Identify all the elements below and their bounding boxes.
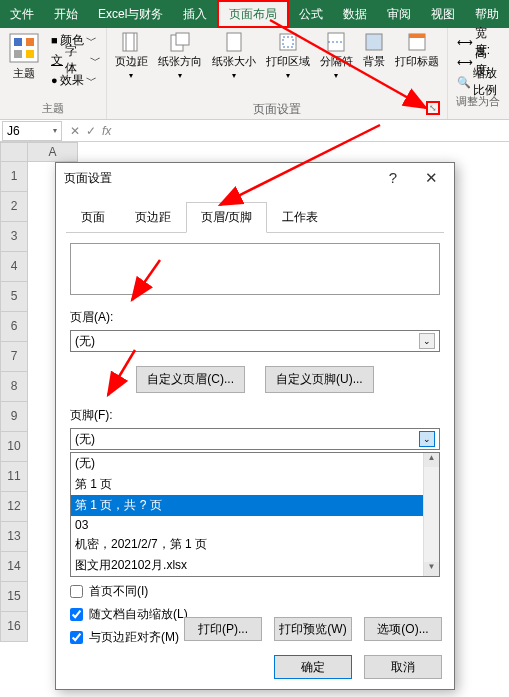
themes-icon — [8, 32, 40, 64]
row-header[interactable]: 10 — [0, 432, 28, 462]
svg-rect-1 — [14, 38, 22, 46]
svg-rect-17 — [409, 34, 425, 38]
tab-view[interactable]: 视图 — [421, 0, 465, 28]
scale-control[interactable]: 🔍 缩放比例 — [457, 72, 500, 92]
tab-page-layout[interactable]: 页面布局 — [217, 0, 289, 28]
scroll-up-icon[interactable]: ▲ — [424, 453, 439, 467]
tab-excelfin[interactable]: Excel与财务 — [88, 0, 173, 28]
tab-formulas[interactable]: 公式 — [289, 0, 333, 28]
tab-help[interactable]: 帮助 — [465, 0, 509, 28]
footer-label: 页脚(F): — [70, 407, 440, 424]
dialog-titlebar: 页面设置 ? ✕ — [56, 163, 454, 193]
row-header[interactable]: 8 — [0, 372, 28, 402]
help-button[interactable]: ? — [378, 169, 408, 187]
fonts-button[interactable]: 文 字体 ﹀ — [51, 50, 101, 70]
print-area-icon — [278, 32, 298, 52]
svg-rect-15 — [366, 34, 382, 50]
margins-icon — [121, 32, 141, 52]
titles-icon — [407, 32, 427, 52]
page-setup-dialog: 页面设置 ? ✕ 页面 页边距 页眉/页脚 工作表 页眉(A): (无) ⌄ 自… — [55, 162, 455, 690]
custom-footer-button[interactable]: 自定义页脚(U)... — [265, 366, 374, 393]
tab-home[interactable]: 开始 — [44, 0, 88, 28]
list-item[interactable]: 机密，2021/2/7，第 1 页 — [71, 534, 439, 555]
print-button[interactable]: 打印(P)... — [184, 617, 262, 641]
fx-icon[interactable]: fx — [102, 124, 111, 138]
close-button[interactable]: ✕ — [416, 169, 446, 187]
svg-rect-10 — [227, 33, 241, 51]
page-setup-launcher[interactable]: ⤡ — [426, 101, 440, 115]
fx-cancel-icon[interactable]: ✕ — [70, 124, 80, 138]
name-box[interactable]: J6▾ — [2, 121, 62, 141]
row-header[interactable]: 16 — [0, 612, 28, 642]
row-header[interactable]: 11 — [0, 462, 28, 492]
row-header[interactable]: 15 — [0, 582, 28, 612]
orientation-button[interactable]: 纸张方向▾ — [155, 30, 205, 82]
list-item[interactable]: 图文用202102月.xlsx — [71, 555, 439, 576]
row-header[interactable]: 9 — [0, 402, 28, 432]
footer-options-list[interactable]: (无) 第 1 页 第 1 页，共 ? 页 03 机密，2021/2/7，第 1… — [70, 452, 440, 577]
print-area-button[interactable]: 打印区域▾ — [263, 30, 313, 82]
formula-bar: J6▾ ✕ ✓ fx — [0, 120, 509, 142]
breaks-icon — [326, 32, 346, 52]
themes-button[interactable]: 主题 — [5, 30, 43, 83]
list-item[interactable]: 第 1 页，共 ? 页 — [71, 495, 439, 516]
list-item[interactable]: (无) — [71, 453, 439, 474]
fx-confirm-icon[interactable]: ✓ — [86, 124, 96, 138]
effects-button[interactable]: ● 效果 ﹀ — [51, 70, 101, 90]
tab-data[interactable]: 数据 — [333, 0, 377, 28]
tab-insert[interactable]: 插入 — [173, 0, 217, 28]
ribbon-tabs: 文件 开始 Excel与财务 插入 页面布局 公式 数据 审阅 视图 帮助 — [0, 0, 509, 28]
row-header[interactable]: 3 — [0, 222, 28, 252]
group-page-setup: 页边距▾ 纸张方向▾ 纸张大小▾ 打印区域▾ 分隔符▾ 背景 打印标题 页面设置… — [107, 28, 448, 119]
orientation-icon — [170, 32, 190, 52]
first-page-different-checkbox[interactable]: 首页不同(I) — [70, 583, 440, 600]
svg-rect-5 — [123, 33, 137, 51]
footer-select-value: (无) — [75, 431, 95, 448]
col-header-a[interactable]: A — [28, 142, 78, 162]
size-icon — [224, 32, 244, 52]
margins-button[interactable]: 页边距▾ — [112, 30, 151, 82]
row-header[interactable]: 2 — [0, 192, 28, 222]
page-setup-group-label: 页面设置 ⤡ — [112, 101, 442, 117]
print-titles-button[interactable]: 打印标题 — [392, 30, 442, 71]
scale-group-label: 调整为合 — [453, 94, 504, 110]
breaks-button[interactable]: 分隔符▾ — [317, 30, 356, 82]
list-item[interactable]: 03 — [71, 516, 439, 534]
ribbon-body: 主题 ■ 颜色 ﹀ 文 字体 ﹀ ● 效果 ﹀ 主题 页边距▾ 纸张方向▾ 纸张… — [0, 28, 509, 120]
row-header[interactable]: 14 — [0, 552, 28, 582]
svg-rect-3 — [14, 50, 22, 58]
group-themes: 主题 ■ 颜色 ﹀ 文 字体 ﹀ ● 效果 ﹀ 主题 — [0, 28, 107, 119]
header-preview — [70, 243, 440, 295]
scroll-down-icon[interactable]: ▼ — [424, 562, 439, 576]
scrollbar[interactable]: ▲▼ — [423, 453, 439, 576]
background-button[interactable]: 背景 — [360, 30, 388, 71]
row-header[interactable]: 12 — [0, 492, 28, 522]
size-button[interactable]: 纸张大小▾ — [209, 30, 259, 82]
row-header[interactable]: 1 — [0, 162, 28, 192]
header-select[interactable]: (无) ⌄ — [70, 330, 440, 352]
select-all-corner[interactable] — [0, 142, 28, 162]
tab-header-footer[interactable]: 页眉/页脚 — [186, 202, 267, 233]
row-header[interactable]: 5 — [0, 282, 28, 312]
row-header[interactable]: 6 — [0, 312, 28, 342]
custom-header-button[interactable]: 自定义页眉(C)... — [136, 366, 245, 393]
print-preview-button[interactable]: 打印预览(W) — [274, 617, 352, 641]
header-select-value: (无) — [75, 333, 95, 350]
tab-review[interactable]: 审阅 — [377, 0, 421, 28]
footer-select[interactable]: (无) ⌄ — [70, 428, 440, 450]
background-icon — [364, 32, 384, 52]
row-header[interactable]: 4 — [0, 252, 28, 282]
row-header[interactable]: 13 — [0, 522, 28, 552]
options-button[interactable]: 选项(O)... — [364, 617, 442, 641]
group-scale: ⟷ 宽度: ⟷ 高度: 🔍 缩放比例 调整为合 — [448, 28, 509, 119]
tab-margins[interactable]: 页边距 — [120, 202, 186, 233]
row-header[interactable]: 7 — [0, 342, 28, 372]
ok-button[interactable]: 确定 — [274, 655, 352, 679]
dialog-title: 页面设置 — [64, 170, 112, 187]
list-item[interactable]: 第 1 页 — [71, 474, 439, 495]
cancel-button[interactable]: 取消 — [364, 655, 442, 679]
header-label: 页眉(A): — [70, 309, 440, 326]
tab-sheet[interactable]: 工作表 — [267, 202, 333, 233]
tab-page[interactable]: 页面 — [66, 202, 120, 233]
tab-file[interactable]: 文件 — [0, 0, 44, 28]
